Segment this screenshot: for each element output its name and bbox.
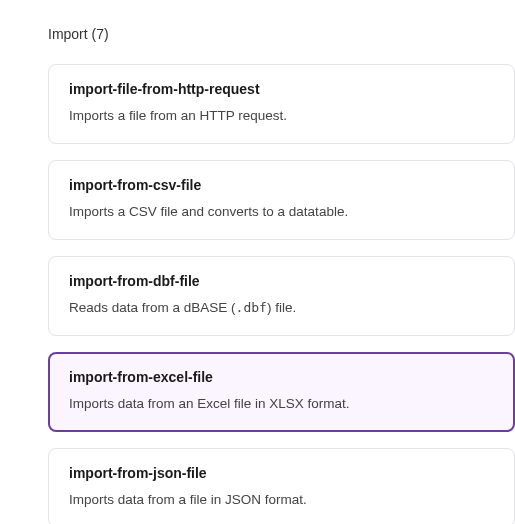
desc-post: ) file. (267, 300, 296, 315)
desc-pre: Reads data from a dBASE ( (69, 300, 236, 315)
card-import-from-dbf-file[interactable]: import-from-dbf-file Reads data from a d… (48, 256, 515, 336)
card-import-file-from-http-request[interactable]: import-file-from-http-request Imports a … (48, 64, 515, 144)
card-title: import-from-csv-file (69, 177, 494, 193)
card-description: Imports a file from an HTTP request. (69, 107, 494, 126)
card-import-from-json-file[interactable]: import-from-json-file Imports data from … (48, 448, 515, 524)
card-title: import-file-from-http-request (69, 81, 494, 97)
card-description: Imports data from a file in JSON format. (69, 491, 494, 510)
card-title: import-from-excel-file (69, 369, 494, 385)
card-title: import-from-json-file (69, 465, 494, 481)
card-description: Imports data from an Excel file in XLSX … (69, 395, 494, 414)
card-title: import-from-dbf-file (69, 273, 494, 289)
card-description: Imports a CSV file and converts to a dat… (69, 203, 494, 222)
import-section: Import (7) import-file-from-http-request… (0, 0, 515, 524)
card-import-from-csv-file[interactable]: import-from-csv-file Imports a CSV file … (48, 160, 515, 240)
card-import-from-excel-file[interactable]: import-from-excel-file Imports data from… (48, 352, 515, 432)
card-description: Reads data from a dBASE (.dbf) file. (69, 299, 494, 318)
section-count: 7 (96, 26, 104, 42)
section-header: Import (7) (48, 26, 515, 42)
desc-mono: .dbf (236, 300, 267, 315)
section-label: Import (48, 26, 88, 42)
